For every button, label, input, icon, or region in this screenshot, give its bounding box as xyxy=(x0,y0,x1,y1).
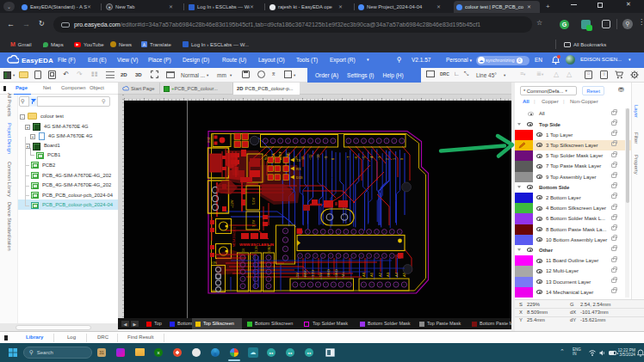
svg-text:~4: ~4 xyxy=(370,156,374,160)
svg-text:~10: ~10 xyxy=(317,155,320,160)
svg-text:Vin: Vin xyxy=(341,272,345,277)
svg-text:GND: GND xyxy=(268,245,271,252)
svg-text:A3: A3 xyxy=(386,272,390,277)
svg-text:A1: A1 xyxy=(369,272,374,277)
svg-text:~3: ~3 xyxy=(378,156,381,160)
svg-text:~5: ~5 xyxy=(362,156,366,160)
svg-text:GND: GND xyxy=(334,269,338,277)
svg-text:~9: ~9 xyxy=(325,156,328,160)
svg-text:5.0V: 5.0V xyxy=(251,197,256,205)
svg-text:TX: TX xyxy=(296,158,300,163)
svg-text:MEGA16U2(U1): MEGA16U2(U1) xyxy=(232,227,236,247)
svg-text:5V: 5V xyxy=(242,248,245,252)
svg-text:3.3V: 3.3V xyxy=(251,219,256,227)
svg-text:5V: 5V xyxy=(295,273,300,277)
svg-text:GND: GND xyxy=(326,269,331,277)
svg-text:2: 2 xyxy=(386,158,389,160)
svg-text:3.3V: 3.3V xyxy=(311,269,315,277)
svg-text:8: 8 xyxy=(331,158,335,160)
svg-text:SCL: SCL xyxy=(264,154,268,160)
svg-text:0: 0 xyxy=(400,158,404,160)
svg-text:RST: RST xyxy=(303,269,307,277)
svg-text:3.3V: 3.3V xyxy=(255,245,258,252)
svg-text:A0: A0 xyxy=(362,272,366,277)
svg-text:12: 12 xyxy=(301,156,305,160)
svg-text:+12V: +12V xyxy=(230,199,234,208)
svg-text:A2: A2 xyxy=(378,272,382,277)
svg-text:RST: RST xyxy=(207,137,211,143)
svg-text:5V: 5V xyxy=(319,273,323,277)
svg-text:1: 1 xyxy=(393,158,396,160)
svg-text:ON: ON xyxy=(212,261,217,265)
svg-text:A4: A4 xyxy=(394,272,399,277)
svg-text:~11: ~11 xyxy=(309,155,313,160)
svg-text:RX: RX xyxy=(296,167,301,171)
svg-text:D13: D13 xyxy=(296,175,303,180)
svg-text:~6: ~6 xyxy=(355,156,358,160)
svg-text:~7: ~7 xyxy=(347,156,350,160)
